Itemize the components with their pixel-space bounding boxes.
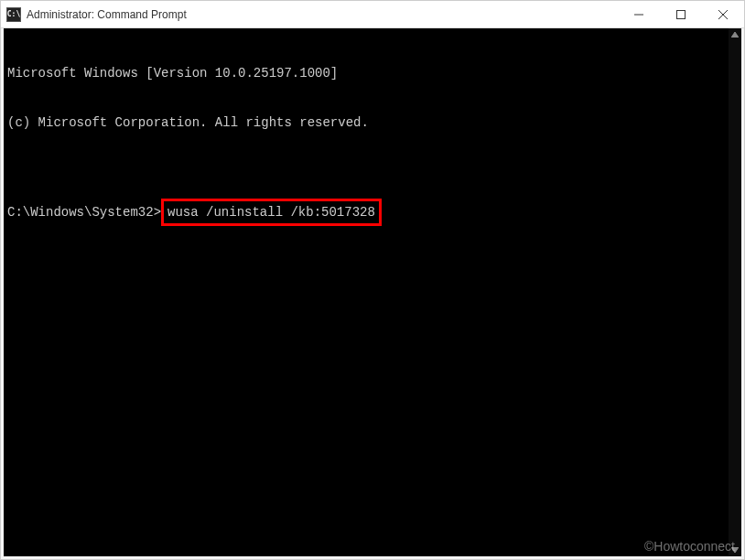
terminal-line-version: Microsoft Windows [Version 10.0.25197.10…: [7, 65, 738, 81]
window-controls: [618, 1, 744, 27]
scroll-down-icon[interactable]: [729, 544, 741, 556]
terminal-area[interactable]: Microsoft Windows [Version 10.0.25197.10…: [4, 28, 741, 556]
scroll-up-icon[interactable]: [729, 28, 741, 41]
terminal-command: wusa /uninstall /kb:5017328: [167, 205, 375, 220]
command-highlight: wusa /uninstall /kb:5017328: [161, 199, 382, 226]
terminal-prompt-line: C:\Windows\System32>wusa /uninstall /kb:…: [7, 197, 738, 226]
svg-rect-1: [677, 10, 686, 18]
svg-marker-5: [731, 547, 739, 553]
window-title: Administrator: Command Prompt: [27, 8, 187, 21]
svg-marker-4: [731, 32, 739, 38]
maximize-button[interactable]: [660, 1, 702, 27]
vertical-scrollbar[interactable]: [729, 28, 741, 556]
close-button[interactable]: [702, 1, 744, 27]
terminal-prompt: C:\Windows\System32>: [7, 205, 161, 220]
terminal-line-copyright: (c) Microsoft Corporation. All rights re…: [7, 114, 738, 131]
cmd-icon: C:\: [6, 7, 21, 22]
window-titlebar: C:\ Administrator: Command Prompt: [1, 1, 744, 28]
minimize-button[interactable]: [618, 1, 660, 27]
